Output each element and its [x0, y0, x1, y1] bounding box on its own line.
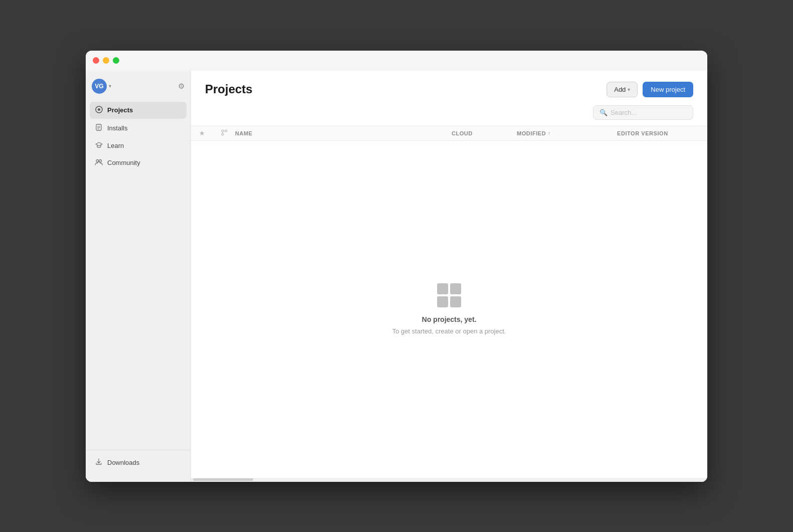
sidebar-item-learn-label: Learn [107, 142, 124, 149]
col-branch-header [213, 129, 235, 137]
titlebar [86, 51, 707, 71]
table-body: No projects, yet. To get started, create… [191, 141, 707, 478]
close-button[interactable] [93, 57, 99, 64]
installs-icon [95, 124, 103, 132]
sidebar-item-community-label: Community [107, 159, 140, 166]
empty-state-subtitle: To get started, create or open a project… [392, 327, 506, 335]
chevron-down-icon: ▾ [109, 83, 111, 89]
col-editor-header: EDITOR VERSION [617, 130, 707, 136]
sidebar-item-installs-label: Installs [107, 124, 127, 132]
sidebar-item-community[interactable]: Community [90, 155, 186, 171]
scrollbar-thumb[interactable] [193, 478, 253, 481]
empty-projects-icon [437, 283, 461, 307]
sidebar-item-learn[interactable]: Learn [90, 137, 186, 154]
sidebar-bottom: Downloads [86, 450, 190, 478]
sidebar-item-downloads[interactable]: Downloads [90, 454, 186, 471]
gear-icon[interactable]: ⚙ [178, 82, 184, 91]
star-icon: ★ [199, 129, 205, 137]
search-bar: 🔍 [593, 105, 693, 120]
empty-icon-square-4 [450, 296, 461, 307]
learn-icon [95, 141, 103, 150]
header-actions: Add ▾ New project [607, 82, 693, 97]
downloads-icon [95, 458, 103, 467]
add-button[interactable]: Add ▾ [607, 82, 638, 97]
svg-point-1 [98, 108, 100, 111]
col-cloud-header: CLOUD [452, 130, 517, 136]
sidebar-item-projects-label: Projects [107, 106, 133, 114]
page-title: Projects [205, 82, 253, 96]
new-project-button[interactable]: New project [643, 82, 693, 97]
svg-point-6 [225, 130, 227, 132]
sidebar-nav: Projects Installs [86, 102, 190, 450]
avatar: VG [92, 79, 107, 94]
empty-icon-square-1 [437, 283, 448, 294]
search-input[interactable] [611, 109, 687, 116]
app-body: VG ▾ ⚙ Projects [86, 71, 707, 482]
maximize-button[interactable] [113, 57, 119, 64]
main-header: Projects Add ▾ New project [191, 71, 707, 105]
sidebar-item-downloads-label: Downloads [107, 459, 139, 466]
sidebar-item-projects[interactable]: Projects [90, 102, 186, 119]
branch-icon [221, 129, 228, 137]
community-icon [95, 159, 103, 167]
empty-state-title: No projects, yet. [422, 315, 477, 323]
app-window: VG ▾ ⚙ Projects [86, 51, 707, 482]
scrollbar-area [191, 478, 707, 482]
svg-point-7 [222, 133, 224, 135]
search-icon: 🔍 [600, 109, 608, 116]
table-header: ★ NAME CLOUD MODIFIED [191, 126, 707, 141]
sidebar: VG ▾ ⚙ Projects [86, 71, 191, 482]
add-chevron-icon: ▾ [628, 87, 630, 92]
traffic-lights [93, 57, 119, 64]
projects-icon [95, 106, 103, 115]
empty-icon-square-3 [437, 296, 448, 307]
minimize-button[interactable] [103, 57, 109, 64]
user-info[interactable]: VG ▾ [92, 79, 111, 94]
sidebar-top: VG ▾ ⚙ [86, 75, 190, 102]
search-bar-container: 🔍 [191, 105, 707, 126]
empty-state: No projects, yet. To get started, create… [392, 283, 506, 335]
col-name-header: NAME [235, 130, 452, 136]
main-content: Projects Add ▾ New project 🔍 ★ [191, 71, 707, 482]
add-button-label: Add [614, 86, 626, 93]
empty-icon-square-2 [450, 283, 461, 294]
sidebar-item-installs[interactable]: Installs [90, 120, 186, 136]
col-star-header: ★ [191, 129, 213, 137]
col-modified-header[interactable]: MODIFIED ↑ [517, 130, 617, 136]
sort-arrow-icon: ↑ [548, 130, 551, 136]
